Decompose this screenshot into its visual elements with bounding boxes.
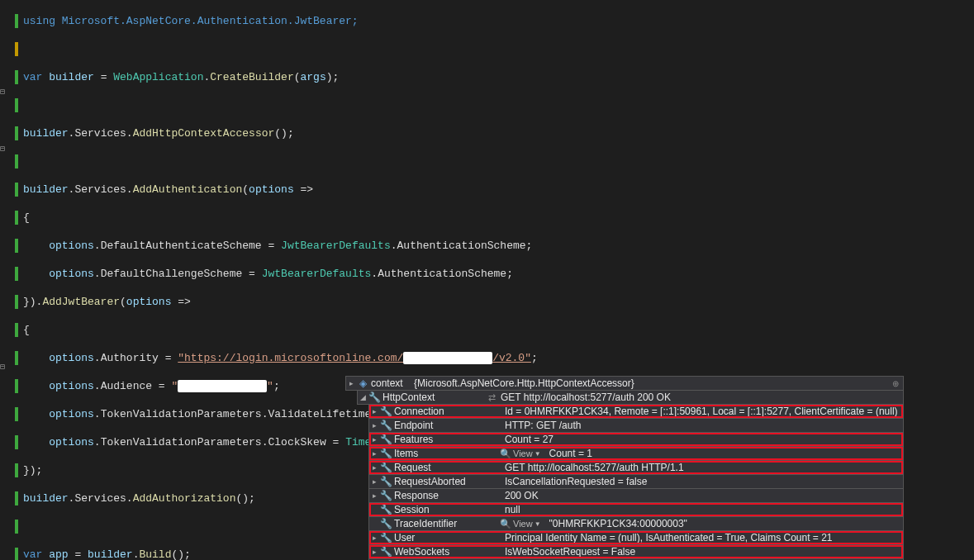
fold-toggle[interactable]: ⊟ [0,87,5,97]
property-icon: 🔧 [379,490,392,501]
expand-icon[interactable]: ▸ [346,379,356,387]
tip-name: Items [392,448,500,459]
magnify-icon: 🔍 [500,519,511,529]
expand-icon[interactable]: ▸ [369,463,379,472]
tip-name: User [392,532,500,543]
redacted: x [403,352,492,364]
chevron-down-icon[interactable]: ▼ [535,520,541,528]
expand-icon[interactable]: ▸ [369,477,379,486]
object-icon: ◈ [356,377,369,389]
tip-row-traceidentifier[interactable]: 🔧TraceIdentifier🔍 View ▼"0HMRFKKP1CK34:0… [368,516,904,531]
expand-icon[interactable]: ▸ [369,449,379,458]
tip-row-features[interactable]: ▸🔧FeaturesCount = 27 [368,432,904,447]
debug-datatip[interactable]: ▸ ◈ context {Microsoft.AspNetCore.Http.H… [345,377,904,560]
tip-row-request[interactable]: ▸🔧RequestGET http://localhost:5277/auth … [368,460,904,475]
tip-name: WebSockets [392,546,500,558]
property-icon: 🔧 [379,448,392,459]
tip-value: 200 OK [500,490,903,501]
property-icon: 🔧 [379,406,392,417]
tip-name: Features [392,434,500,445]
view-button[interactable]: 🔍 View ▼ [500,448,544,459]
tip-name: Request [392,462,500,473]
tip-value: Id = 0HMRFKKP1CK34, Remote = [::1]:50961… [500,406,903,417]
tip-row-user[interactable]: ▸🔧UserPrincipal Identity Name = (null), … [368,530,904,545]
tip-value: Principal Identity Name = (null), IsAuth… [500,532,903,543]
chevron-down-icon[interactable]: ▼ [535,450,541,458]
property-icon: 🔧 [379,476,392,487]
expand-icon[interactable]: ▸ [369,491,379,500]
tip-name: RequestAborted [392,476,500,487]
tip-row-response[interactable]: ▸🔧Response200 OK [368,488,904,503]
tip-value: IsCancellationRequested = false [500,476,903,487]
tip-row-session[interactable]: 🔧Sessionnull [368,502,904,517]
tip-value: GET http://localhost:5277/auth 200 OK [496,392,903,403]
expand-icon[interactable]: ▸ [369,534,379,542]
tip-row-httpcontext[interactable]: ◢ 🔧 HttpContext ⇄ GET http://localhost:5… [357,390,904,405]
tip-name: Response [392,490,500,501]
tip-value: Count = 27 [500,434,903,445]
view-button[interactable]: 🔍 View ▼ [500,519,544,529]
property-icon: 🔧 [379,518,392,529]
tip-row-endpoint[interactable]: ▸🔧EndpointHTTP: GET /auth [368,418,904,433]
tip-name: context [369,377,409,389]
tip-row-websockets[interactable]: ▸🔧WebSocketsIsWebSocketRequest = False [368,544,904,559]
tip-row-requestaborted[interactable]: ▸🔧RequestAbortedIsCancellationRequested … [368,474,904,489]
tip-value: {Microsoft.AspNetCore.Http.HttpContextAc… [409,377,888,389]
tip-name: Session [392,504,500,515]
gutter: ⊟ ⊟ ⊟ [0,0,12,560]
property-icon: 🔧 [379,504,392,515]
expand-icon[interactable]: ▸ [369,548,379,556]
property-icon: 🔧 [379,420,392,431]
expand-icon[interactable]: ▸ [369,435,379,444]
tip-row-items[interactable]: ▸🔧Items🔍 View ▼Count = 1 [368,446,904,461]
pin-icon[interactable]: ⊕ [888,379,903,388]
tip-value: HTTP: GET /auth [500,420,903,431]
property-icon: 🔧 [379,546,392,558]
property-icon: 🔧 [379,532,392,543]
property-icon: 🔧 [379,434,392,445]
tip-value: GET http://localhost:5277/auth HTTP/1.1 [500,462,903,473]
redacted: x [178,380,267,392]
property-icon: 🔧 [379,462,392,473]
expand-icon[interactable]: ▸ [369,407,379,415]
tip-value: null [500,504,903,515]
fold-toggle[interactable]: ⊟ [0,144,5,154]
transfer-icon: ⇄ [488,392,496,403]
tip-value: IsWebSocketRequest = False [500,546,903,558]
property-icon: 🔧 [368,392,381,403]
expand-icon[interactable]: ▸ [369,421,379,429]
magnify-icon: 🔍 [500,448,511,459]
tip-row-connection[interactable]: ▸🔧ConnectionId = 0HMRFKKP1CK34, Remote =… [368,404,904,419]
tip-name: HttpContext [381,392,488,403]
fold-toggle[interactable]: ⊟ [0,362,5,372]
tip-name: TraceIdentifier [392,518,500,529]
tip-name: Endpoint [392,420,500,431]
tip-row-context[interactable]: ▸ ◈ context {Microsoft.AspNetCore.Http.H… [345,376,904,391]
tip-value: "0HMRFKKP1CK34:00000003" [544,518,903,529]
code-line: using Microsoft.AspNetCore.Authenticatio… [23,15,359,27]
expand-icon[interactable]: ◢ [358,393,368,401]
tip-value: Count = 1 [544,448,903,459]
tip-name: Connection [392,406,500,417]
